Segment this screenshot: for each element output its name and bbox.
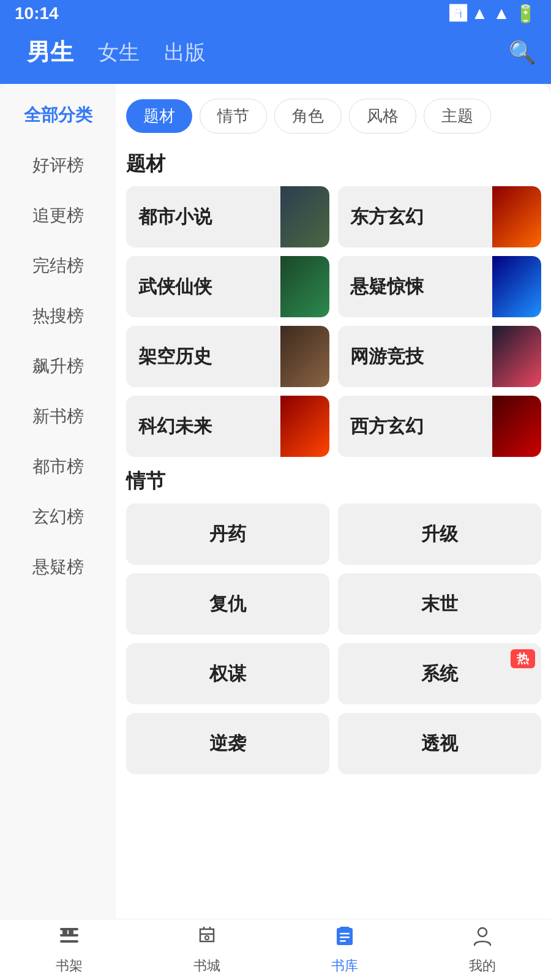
svg-rect-2	[60, 940, 78, 943]
nav-item-shelf[interactable]: 书架	[56, 924, 83, 975]
genre-label-urban-novel: 都市小说	[138, 205, 212, 230]
plot-label-alchemy: 丹药	[209, 522, 246, 547]
battery-icon: 🔋	[515, 4, 536, 24]
time-display: 10:14	[15, 4, 59, 23]
header-tab-female[interactable]: 女生	[86, 35, 152, 70]
plot-item-counterattack[interactable]: 逆袭	[126, 713, 329, 774]
plot-label-upgrade: 升级	[421, 522, 458, 547]
plot-label-system: 系统	[421, 662, 458, 687]
plot-item-alchemy[interactable]: 丹药	[126, 503, 329, 565]
plot-item-xray[interactable]: 透视	[338, 713, 541, 774]
svg-point-11	[478, 928, 487, 937]
genre-grid: 都市小说 东方玄幻 武侠仙侠 悬疑惊悚	[126, 186, 541, 457]
status-icons: 🅰 ▲ ▲ 🔋	[449, 4, 536, 24]
nav-label-profile: 我的	[469, 957, 496, 975]
sidebar-item-all[interactable]: 全部分类	[0, 90, 116, 140]
nav-item-library[interactable]: 书库	[331, 924, 358, 975]
sidebar-item-mystery[interactable]: 悬疑榜	[0, 542, 116, 592]
genre-cover-urban-novel	[280, 186, 329, 247]
wifi-icon: ▲	[471, 4, 489, 23]
genre-cover-game	[492, 326, 541, 387]
nav-item-profile[interactable]: 我的	[469, 924, 496, 975]
genre-item-scifi[interactable]: 科幻未来	[126, 396, 329, 457]
genre-label-mystery: 悬疑惊悚	[350, 274, 424, 300]
genre-cover-east-fantasy	[492, 186, 541, 247]
plot-label-revenge: 复仇	[209, 592, 246, 617]
plot-item-revenge[interactable]: 复仇	[126, 573, 329, 635]
hot-badge-system: 热	[511, 649, 535, 668]
filter-tab-theme[interactable]: 主题	[424, 99, 491, 134]
section-title-plot: 情节	[126, 468, 541, 495]
nav-item-store[interactable]: 书城	[193, 924, 220, 975]
svg-rect-10	[340, 940, 346, 942]
status-bar: 10:14 🅰 ▲ ▲ 🔋	[0, 0, 551, 27]
plot-item-upgrade[interactable]: 升级	[338, 503, 541, 565]
genre-label-game: 网游竞技	[350, 344, 424, 369]
header: 男生 女生 出版 🔍	[0, 27, 551, 84]
genre-cover-west-fantasy	[492, 396, 541, 457]
genre-item-west-fantasy[interactable]: 西方玄幻	[338, 396, 541, 457]
genre-item-alt-history[interactable]: 架空历史	[126, 326, 329, 387]
sidebar-item-complete[interactable]: 完结榜	[0, 241, 116, 291]
svg-rect-3	[62, 930, 67, 934]
sidebar-item-urban[interactable]: 都市榜	[0, 442, 116, 492]
sidebar-item-rising[interactable]: 飙升榜	[0, 341, 116, 391]
svg-rect-9	[340, 937, 350, 938]
shelf-icon	[58, 924, 81, 953]
genre-item-mystery[interactable]: 悬疑惊悚	[338, 256, 541, 317]
bottom-nav: 书架 书城 书库	[0, 919, 551, 980]
genre-label-scifi: 科幻未来	[138, 414, 212, 439]
nav-label-shelf: 书架	[56, 957, 83, 975]
plot-label-apocalypse: 末世	[421, 592, 458, 617]
filter-tab-genre[interactable]: 题材	[126, 99, 192, 133]
sidebar-item-follow[interactable]: 追更榜	[0, 190, 116, 241]
sidebar-item-fantasy[interactable]: 玄幻榜	[0, 492, 116, 542]
filter-tab-character[interactable]: 角色	[274, 99, 342, 134]
svg-rect-4	[69, 930, 73, 934]
main-container: 全部分类 好评榜 追更榜 完结榜 热搜榜 飙升榜 新书榜 都市榜 玄幻榜 悬疑榜…	[0, 84, 551, 980]
genre-cover-scifi	[280, 396, 329, 457]
filter-tab-style[interactable]: 风格	[349, 99, 416, 134]
library-icon	[333, 924, 356, 953]
store-icon	[195, 924, 219, 953]
svg-point-5	[205, 936, 209, 940]
genre-item-game[interactable]: 网游竞技	[338, 326, 541, 387]
header-tab-male[interactable]: 男生	[15, 33, 86, 72]
genre-label-alt-history: 架空历史	[138, 344, 212, 369]
sidebar-item-new[interactable]: 新书榜	[0, 391, 116, 442]
genre-cover-mystery	[492, 256, 541, 317]
accessibility-icon: 🅰	[449, 4, 467, 24]
profile-icon	[471, 924, 494, 953]
genre-item-urban-novel[interactable]: 都市小说	[126, 186, 329, 247]
header-tab-publish[interactable]: 出版	[152, 35, 218, 70]
genre-label-west-fantasy: 西方玄幻	[350, 414, 424, 439]
filter-tabs: 题材 情节 角色 风格 主题	[126, 90, 541, 140]
svg-rect-7	[340, 927, 350, 930]
genre-cover-alt-history	[280, 326, 329, 387]
signal-icon: ▲	[493, 4, 510, 23]
nav-label-store: 书城	[193, 957, 220, 975]
sidebar: 全部分类 好评榜 追更榜 完结榜 热搜榜 飙升榜 新书榜 都市榜 玄幻榜 悬疑榜	[0, 84, 116, 980]
genre-item-east-fantasy[interactable]: 东方玄幻	[338, 186, 541, 247]
svg-rect-0	[60, 928, 78, 930]
plot-item-system[interactable]: 热 系统	[338, 643, 541, 704]
genre-cover-martial	[280, 256, 329, 317]
plot-item-strategy[interactable]: 权谋	[126, 643, 329, 704]
search-button[interactable]: 🔍	[509, 40, 536, 66]
sidebar-item-good[interactable]: 好评榜	[0, 140, 116, 190]
content-area: 题材 情节 角色 风格 主题 题材 都市小说 东方玄幻 武侠仙侠	[116, 84, 551, 980]
genre-label-east-fantasy: 东方玄幻	[350, 205, 424, 230]
filter-tab-plot[interactable]: 情节	[200, 99, 267, 134]
nav-label-library: 书库	[331, 957, 358, 975]
genre-item-martial[interactable]: 武侠仙侠	[126, 256, 329, 317]
plot-item-apocalypse[interactable]: 末世	[338, 573, 541, 635]
genre-label-martial: 武侠仙侠	[138, 274, 212, 300]
plot-label-counterattack: 逆袭	[209, 731, 246, 756]
plot-grid: 丹药 升级 复仇 末世 权谋 热 系统 逆袭 透视	[126, 503, 541, 774]
plot-label-xray: 透视	[421, 731, 458, 756]
svg-rect-1	[60, 934, 78, 937]
plot-label-strategy: 权谋	[209, 662, 246, 687]
sidebar-item-hot-search[interactable]: 热搜榜	[0, 291, 116, 341]
svg-rect-8	[340, 933, 350, 935]
section-title-genre: 题材	[126, 151, 541, 178]
